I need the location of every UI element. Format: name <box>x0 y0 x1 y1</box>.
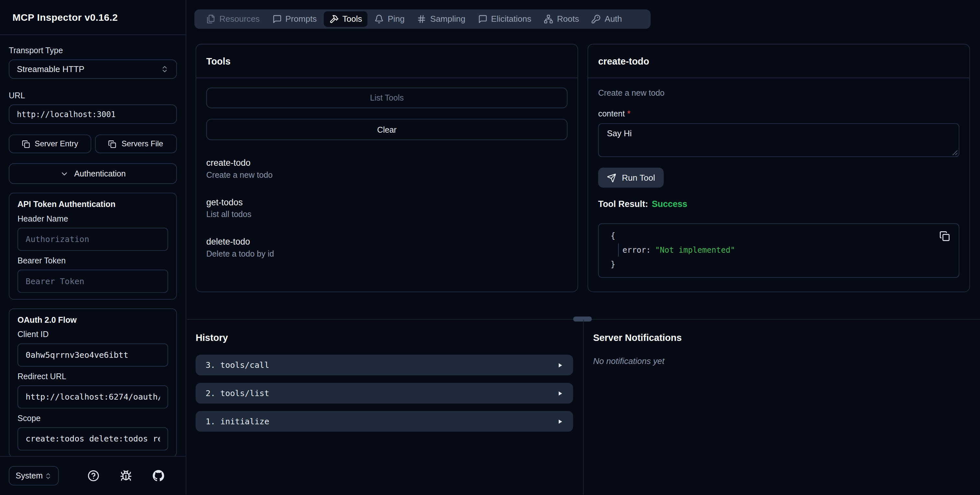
copy-icon <box>108 140 116 148</box>
expand-caret-icon <box>557 418 563 424</box>
content-label-text: content <box>598 109 625 118</box>
tab-prompts[interactable]: Prompts <box>267 11 323 27</box>
api-token-auth-section: API Token Authentication Header Name Bea… <box>9 193 177 300</box>
tab-ping[interactable]: Ping <box>369 11 410 27</box>
mcp-inspector-app: MCP Inspector v0.16.2 Transport Type Str… <box>0 0 980 495</box>
client-id-input[interactable] <box>18 343 168 367</box>
bug-icon[interactable] <box>120 470 132 482</box>
clear-button[interactable]: Clear <box>206 119 568 140</box>
tool-list-item[interactable]: create-todo Create a new todo <box>206 157 568 181</box>
tab-label: Auth <box>605 14 622 24</box>
key-icon <box>592 14 601 24</box>
bearer-token-label: Bearer Token <box>18 256 168 266</box>
json-close-brace: } <box>611 257 934 271</box>
tab-label: Prompts <box>285 14 317 24</box>
history-entry-label: 2. tools/list <box>205 389 269 398</box>
vertical-splitter <box>583 319 584 495</box>
tab-label: Ping <box>388 14 404 24</box>
tool-list-item[interactable]: get-todos List all todos <box>206 196 568 220</box>
screen: MCP Inspector v0.16.2 Transport Type Str… <box>0 0 980 495</box>
hammer-icon <box>329 14 339 24</box>
tool-description: Create a new todo <box>206 170 568 181</box>
theme-select-value: System <box>16 471 43 481</box>
servers-file-button[interactable]: Servers File <box>95 135 177 153</box>
authentication-toggle[interactable]: Authentication <box>9 163 177 184</box>
bell-icon <box>375 14 384 24</box>
footer-icons <box>88 470 164 482</box>
json-error-line: error:"Not implemented" <box>611 243 934 257</box>
tab-label: Sampling <box>430 14 466 24</box>
network-icon <box>544 14 553 24</box>
result-json-block: { error:"Not implemented" } <box>598 223 959 278</box>
content-textarea-wrap: Say Hi <box>598 123 959 157</box>
tab-auth[interactable]: Auth <box>586 11 628 27</box>
sidebar-header: MCP Inspector v0.16.2 <box>0 0 186 35</box>
tab-tools[interactable]: Tools <box>324 11 368 27</box>
tool-detail-description: Create a new todo <box>598 88 959 99</box>
send-icon <box>607 173 616 182</box>
history-list: 3. tools/call 2. tools/list 1. initializ… <box>196 354 573 439</box>
sidebar-body: Transport Type Streamable HTTP URL Serve… <box>0 35 186 457</box>
copy-result-button[interactable] <box>940 231 950 242</box>
header-name-label: Header Name <box>18 214 168 224</box>
tool-detail-title: create-todo <box>588 45 969 78</box>
transport-type-value: Streamable HTTP <box>17 65 84 74</box>
tab-sampling[interactable]: Sampling <box>412 11 471 27</box>
tools-panel: Tools List Tools Clear create-todo Creat… <box>196 44 578 292</box>
content-textarea[interactable]: Say Hi <box>598 123 959 157</box>
tool-name: create-todo <box>206 157 568 168</box>
chevrons-up-down-icon <box>45 472 52 479</box>
client-id-label: Client ID <box>18 330 168 340</box>
tool-name: delete-todo <box>206 236 568 247</box>
history-entry-initialize[interactable]: 1. initialize <box>196 411 573 432</box>
splitter-drag-handle[interactable] <box>573 316 592 321</box>
tab-elicitations[interactable]: Elicitations <box>472 11 537 27</box>
help-icon[interactable] <box>88 470 100 482</box>
tool-list-item[interactable]: delete-todo Delete a todo by id <box>206 236 568 260</box>
content-field-label: content* <box>598 109 959 119</box>
sidebar-footer: System <box>0 456 186 495</box>
run-tool-button[interactable]: Run Tool <box>598 168 664 188</box>
no-notifications-text: No notifications yet <box>593 356 664 367</box>
tool-description: List all todos <box>206 209 568 220</box>
history-entry-tools-call[interactable]: 3. tools/call <box>196 354 573 375</box>
expand-caret-icon <box>557 390 563 396</box>
chevrons-up-down-icon <box>161 65 169 73</box>
history-entry-tools-list[interactable]: 2. tools/list <box>196 383 573 404</box>
theme-select[interactable]: System <box>9 466 59 485</box>
message-square-icon <box>478 14 487 24</box>
run-tool-label: Run Tool <box>622 173 655 182</box>
tool-detail-body: Create a new todo content* Say Hi Run To… <box>588 78 969 287</box>
tools-panel-title: Tools <box>196 45 578 78</box>
tool-description: Delete a todo by id <box>206 249 568 260</box>
message-square-icon <box>272 14 282 24</box>
tab-label: Elicitations <box>491 14 531 24</box>
transport-type-select[interactable]: Streamable HTTP <box>9 59 177 79</box>
scope-input[interactable] <box>18 427 168 450</box>
scope-label: Scope <box>18 414 168 424</box>
app-title: MCP Inspector v0.16.2 <box>13 12 118 23</box>
tab-resources[interactable]: Resources <box>200 11 266 27</box>
github-icon[interactable] <box>153 470 165 482</box>
history-title: History <box>196 332 228 343</box>
tab-label: Resources <box>220 14 259 24</box>
servers-file-label: Servers File <box>121 139 163 148</box>
tab-roots[interactable]: Roots <box>538 11 585 27</box>
server-entry-button[interactable]: Server Entry <box>9 135 91 153</box>
tool-name: get-todos <box>206 196 568 208</box>
history-entry-label: 1. initialize <box>205 417 269 426</box>
json-open-brace: { <box>611 228 934 243</box>
redirect-url-input[interactable] <box>18 385 168 409</box>
tab-label: Roots <box>557 14 579 24</box>
json-string-value: "Not implemented" <box>655 245 735 255</box>
redirect-url-label: Redirect URL <box>18 372 168 382</box>
required-marker: * <box>627 109 631 118</box>
tool-result-status: Success <box>652 199 687 209</box>
bearer-token-input[interactable] <box>18 270 168 292</box>
history-entry-label: 3. tools/call <box>205 360 269 370</box>
server-notifications-title: Server Notifications <box>593 332 681 343</box>
list-tools-button[interactable]: List Tools <box>206 88 568 109</box>
tool-result-line: Tool Result:Success <box>598 198 959 210</box>
url-input[interactable] <box>9 104 177 124</box>
header-name-input[interactable] <box>18 228 168 251</box>
